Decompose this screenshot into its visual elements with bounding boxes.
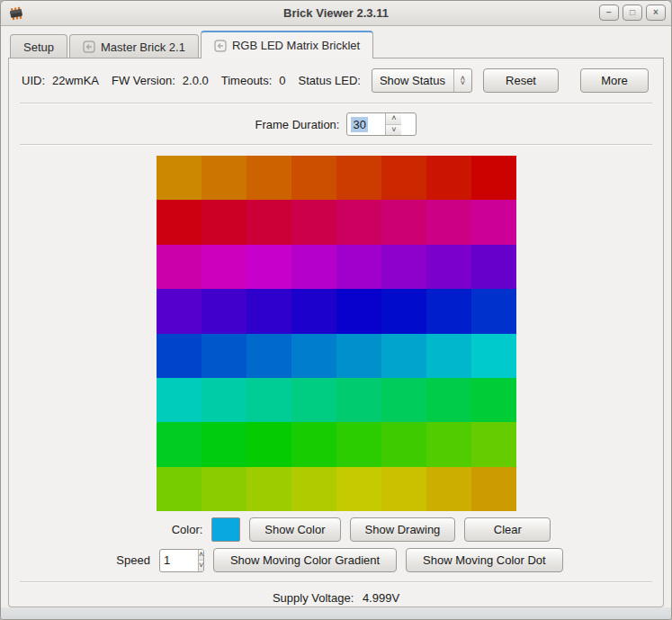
led-cell[interactable] [381,156,426,200]
led-cell[interactable] [202,200,246,244]
close-button[interactable]: × [646,4,666,21]
led-cell[interactable] [157,156,202,200]
close-icon: × [653,8,659,17]
timeouts-label: Timeouts: [221,74,273,87]
led-cell[interactable] [426,334,471,378]
led-cell[interactable] [471,245,516,289]
led-cell[interactable] [157,378,202,422]
led-cell[interactable] [336,422,381,466]
led-cell[interactable] [157,200,202,244]
led-cell[interactable] [246,289,291,333]
led-cell[interactable] [246,422,291,466]
led-cell[interactable] [291,200,336,244]
led-cell[interactable] [381,422,426,466]
led-cell[interactable] [336,200,381,244]
tab-rgb-led-matrix[interactable]: RGB LED Matrix Bricklet [201,31,373,58]
led-cell[interactable] [471,422,516,466]
show-moving-dot-button[interactable]: Show Moving Color Dot [406,548,563,572]
led-cell[interactable] [471,334,516,378]
led-cell[interactable] [471,156,516,200]
led-cell[interactable] [426,422,471,466]
led-cell[interactable] [426,289,471,333]
led-cell[interactable] [426,156,471,200]
led-cell[interactable] [202,378,246,422]
led-cell[interactable] [202,422,246,466]
spin-down-icon[interactable]: ˅ [386,125,401,136]
led-cell[interactable] [246,245,291,289]
frame-duration-label: Frame Duration: [255,118,340,131]
tab-bar: Setup Master Brick 2.1 RGB LED Matrix Br… [1,26,671,58]
led-cell[interactable] [157,334,202,378]
uid-label: UID: [22,74,45,87]
led-cell[interactable] [381,378,426,422]
led-cell[interactable] [202,156,246,200]
clear-button[interactable]: Clear [464,517,551,542]
tab-master-brick[interactable]: Master Brick 2.1 [69,34,199,58]
led-cell[interactable] [291,422,336,466]
led-cell[interactable] [291,334,336,378]
led-cell[interactable] [291,245,336,289]
led-cell[interactable] [471,378,516,422]
led-cell[interactable] [246,378,291,422]
led-cell[interactable] [336,378,381,422]
led-cell[interactable] [381,200,426,244]
led-cell[interactable] [381,467,426,511]
spin-down-icon[interactable]: ˅ [199,561,203,571]
led-cell[interactable] [426,378,471,422]
device-info-row: UID: 22wmKA FW Version: 2.0.0 Timeouts: … [22,68,649,93]
led-cell[interactable] [202,245,246,289]
led-cell[interactable] [202,334,246,378]
led-cell[interactable] [471,289,516,333]
led-cell[interactable] [246,156,291,200]
led-cell[interactable] [291,289,336,333]
led-cell[interactable] [381,334,426,378]
show-color-button[interactable]: Show Color [249,517,340,542]
minimize-button[interactable]: − [599,4,619,21]
led-cell[interactable] [157,245,202,289]
led-cell[interactable] [471,467,516,511]
led-cell[interactable] [471,200,516,244]
led-cell[interactable] [381,245,426,289]
led-cell[interactable] [246,334,291,378]
more-button[interactable]: More [580,68,649,93]
led-cell[interactable] [202,289,246,333]
tab-setup-label: Setup [23,40,54,54]
led-cell[interactable] [202,467,246,511]
led-cell[interactable] [381,289,426,333]
led-cell[interactable] [291,156,336,200]
led-cell[interactable] [336,334,381,378]
led-cell[interactable] [336,245,381,289]
led-cell[interactable] [157,467,202,511]
spin-up-icon[interactable]: ˄ [199,550,203,562]
led-cell[interactable] [426,467,471,511]
led-cell[interactable] [426,200,471,244]
show-moving-gradient-button[interactable]: Show Moving Color Gradient [213,548,397,572]
speed-label: Speed [116,553,150,567]
led-matrix[interactable] [157,156,516,511]
led-cell[interactable] [291,467,336,511]
led-cell[interactable] [336,289,381,333]
tab-setup[interactable]: Setup [10,34,67,58]
led-cell[interactable] [246,467,291,511]
color-swatch[interactable] [211,517,240,542]
maximize-button[interactable]: □ [623,4,642,21]
led-cell[interactable] [426,245,471,289]
show-drawing-button[interactable]: Show Drawing [350,517,456,542]
led-cell[interactable] [291,378,336,422]
status-led-select[interactable]: Show Status ˄˅ [372,68,472,93]
frame-duration-spinbox[interactable]: 30 ˄ ˅ [346,112,417,136]
led-cell[interactable] [246,200,291,244]
supply-voltage-row: Supply Voltage: 4.999V [9,591,663,605]
led-cell[interactable] [336,467,381,511]
fw-version-value: 2.0.0 [183,74,209,87]
color-row: Color: Show Color Show Drawing Clear [34,517,672,542]
led-cell[interactable] [157,422,202,466]
speed-spinbox[interactable]: 1 ˄ ˅ [159,549,204,572]
minimize-icon: − [606,8,612,17]
led-cell[interactable] [336,156,381,200]
spin-up-icon[interactable]: ˄ [386,113,401,125]
reset-button[interactable]: Reset [483,68,559,93]
title-bar[interactable]: Brick Viewer 2.3.11 − □ × [1,1,671,26]
led-cell[interactable] [157,289,202,333]
maximize-icon: □ [630,8,635,17]
